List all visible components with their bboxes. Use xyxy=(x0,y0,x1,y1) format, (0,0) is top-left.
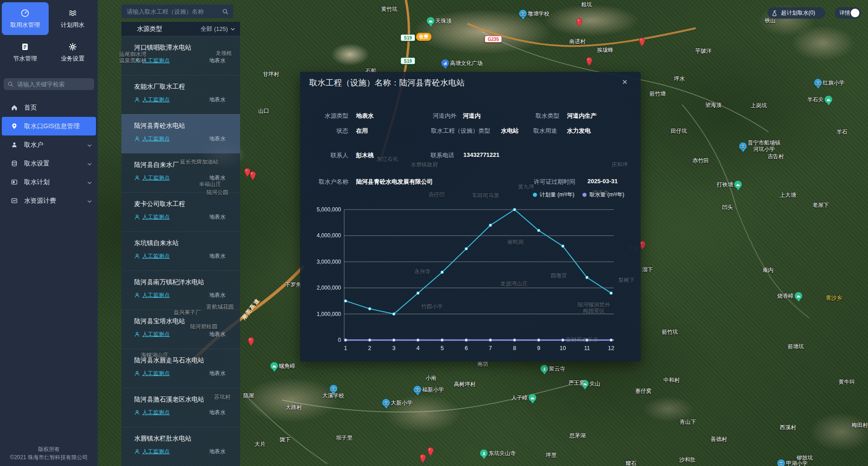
monitor-type-link[interactable]: 人工监测点 xyxy=(142,331,170,338)
station-list-item[interactable]: 东坑镇自来水站人工监测点地表水 xyxy=(121,231,240,271)
app-tile-2[interactable]: 计划用水 xyxy=(50,2,96,35)
monitor-type-link[interactable]: 人工监测点 xyxy=(142,213,170,221)
station-name: 东坑镇自来水站 xyxy=(134,239,234,247)
chevron-down-icon xyxy=(87,142,92,148)
station-name: 水唇镇水栏肚水电站 xyxy=(134,435,234,443)
app-tile-label: 取用水管理 xyxy=(10,21,40,29)
monitor-type-link[interactable]: 人工监测点 xyxy=(142,291,170,299)
intake-marker-pin[interactable] xyxy=(248,337,254,348)
water-source-type: 地表水 xyxy=(209,213,226,221)
sidebar-item-4[interactable]: 取水设置 xyxy=(0,154,98,173)
person-icon xyxy=(134,410,140,416)
detail-toggle[interactable]: 详情 xyxy=(835,7,861,19)
water-source-type: 地表水 xyxy=(209,331,226,338)
monitor-type-link[interactable]: 人工监测点 xyxy=(142,135,170,143)
svg-text:12: 12 xyxy=(608,345,614,351)
station-list-item[interactable]: 陆河县南万镇杞洋水电站人工监测点地表水 xyxy=(121,271,240,310)
svg-text:1: 1 xyxy=(344,345,347,351)
sidebar-item-3[interactable]: 取水户 xyxy=(0,135,98,154)
sidebar-item-6[interactable]: 水资源计费 xyxy=(0,191,98,210)
station-name: 麦卡公司取水工程 xyxy=(134,200,234,208)
app-tile-4[interactable]: 业务设置 xyxy=(50,36,96,69)
dialog-title: 取水工程（设施）名称：陆河县青砼水电站 xyxy=(309,77,465,88)
detail-label: 详情 xyxy=(839,9,850,17)
monitor-type-link[interactable]: 人工监测点 xyxy=(142,96,170,104)
sidebar: 取用水管理计划用水节水管理业务设置 首页取水口GIS信息管理取水户取水设置取水计… xyxy=(0,0,98,466)
water-source-filter: 水源类型 全部 (125) xyxy=(121,22,240,36)
station-search[interactable] xyxy=(121,5,233,18)
station-name: 陆河县青砼水电站 xyxy=(134,122,234,130)
svg-text:4,000,000: 4,000,000 xyxy=(317,232,341,239)
monitor-type-link[interactable]: 人工监测点 xyxy=(142,409,170,416)
intake-marker-pin[interactable] xyxy=(420,454,426,465)
person-icon xyxy=(134,331,140,337)
pin-icon xyxy=(11,123,18,130)
station-list-item[interactable]: 陆河县自来水厂人工监测点地表水 xyxy=(121,153,240,192)
svg-text:7: 7 xyxy=(489,345,492,351)
app-tile-1[interactable]: 取用水管理 xyxy=(2,2,49,35)
monitor-type-link[interactable]: 人工监测点 xyxy=(142,174,170,182)
station-list-item[interactable]: 河口镇唱歌潭水电站人工监测点地表水 xyxy=(121,36,240,75)
svg-text:2: 2 xyxy=(368,345,371,351)
app-tile-label: 业务设置 xyxy=(61,55,85,63)
svg-text:6: 6 xyxy=(465,345,468,351)
svg-text:2,000,000: 2,000,000 xyxy=(317,285,341,291)
field-value: 13432771221 xyxy=(463,151,500,158)
field-label: 取水用途 xyxy=(300,127,557,135)
sidebar-search-input[interactable] xyxy=(16,80,90,88)
svg-text:5: 5 xyxy=(441,345,444,351)
water-source-type: 地表水 xyxy=(209,370,226,377)
svg-text:3: 3 xyxy=(392,345,396,351)
station-list-item[interactable]: 陆河县激石溪老区水电站人工监测点地表水 xyxy=(121,388,240,427)
close-icon[interactable]: × xyxy=(619,76,630,87)
sidebar-item-5[interactable]: 取水计划 xyxy=(0,173,98,191)
water-source-type: 地表水 xyxy=(209,252,226,260)
water-source-type: 地表水 xyxy=(209,291,226,299)
intake-marker-pin[interactable] xyxy=(250,171,256,182)
over-plan-badge[interactable]: 超计划取水(0) xyxy=(768,7,825,19)
legend-label: 取水量 (m³/年) xyxy=(589,191,624,199)
legend-label: 计划量 (m³/年) xyxy=(540,191,575,199)
station-list-item[interactable]: 陆河县水唇走马石水电站人工监测点地表水 xyxy=(121,349,240,388)
home-icon xyxy=(11,104,18,111)
document-icon xyxy=(20,42,30,51)
monitor-type-link[interactable]: 人工监测点 xyxy=(142,252,170,260)
station-search-input[interactable] xyxy=(126,8,222,15)
station-list-item[interactable]: 陆河县宝塔水电站人工监测点地表水 xyxy=(121,310,240,349)
copyright-line2: ©2021 珠海市仁智科技有限公司 xyxy=(0,453,98,461)
station-name: 陆河县自来水厂 xyxy=(134,161,234,169)
svg-text:5,000,000: 5,000,000 xyxy=(317,206,341,213)
copyright-line1: 版权所有 xyxy=(0,445,98,453)
chevron-down-icon xyxy=(87,180,92,185)
intake-marker-pin[interactable] xyxy=(427,447,434,458)
monitor-type-link[interactable]: 人工监测点 xyxy=(142,370,170,377)
intake-marker-pin[interactable] xyxy=(586,57,592,68)
svg-text:1,000,000: 1,000,000 xyxy=(317,311,341,317)
filter-dropdown[interactable]: 全部 (125) xyxy=(201,25,236,33)
sidebar-item-1[interactable]: 首页 xyxy=(0,98,98,117)
database-icon xyxy=(11,160,18,167)
app-tile-3[interactable]: 节水管理 xyxy=(2,36,49,69)
station-list-item[interactable]: 水唇镇水栏肚水电站人工监测点地表水 xyxy=(121,427,240,466)
intake-marker-pin[interactable] xyxy=(576,18,582,29)
sidebar-search[interactable] xyxy=(4,78,94,90)
sidebar-item-label: 取水计划 xyxy=(24,178,80,186)
station-list-item[interactable]: 陆河县青砼水电站人工监测点地表水 xyxy=(121,114,240,153)
station-name: 友能水厂取水工程 xyxy=(134,83,234,91)
station-list-item[interactable]: 友能水厂取水工程人工监测点地表水 xyxy=(121,75,240,114)
usage-chart[interactable]: 01,000,0002,000,0003,000,0004,000,0005,0… xyxy=(300,200,641,355)
app-tile-label: 计划用水 xyxy=(61,21,85,29)
filter-label: 水源类型 xyxy=(137,25,162,33)
legend-item-2[interactable]: 取水量 (m³/年) xyxy=(582,191,624,199)
sidebar-item-label: 取水设置 xyxy=(24,160,80,168)
sidebar-item-2[interactable]: 取水口GIS信息管理 xyxy=(2,117,96,135)
monitor-type-link[interactable]: 人工监测点 xyxy=(142,57,170,65)
monitor-type-link[interactable]: 人工监测点 xyxy=(142,448,170,456)
station-list-item[interactable]: 麦卡公司取水工程人工监测点地表水 xyxy=(121,192,240,231)
flask-icon xyxy=(772,10,778,16)
intake-marker-pin[interactable] xyxy=(639,38,645,49)
person-icon xyxy=(134,58,140,64)
search-icon xyxy=(222,8,229,15)
person-icon xyxy=(134,371,140,376)
legend-item-1[interactable]: 计划量 (m³/年) xyxy=(533,191,575,199)
